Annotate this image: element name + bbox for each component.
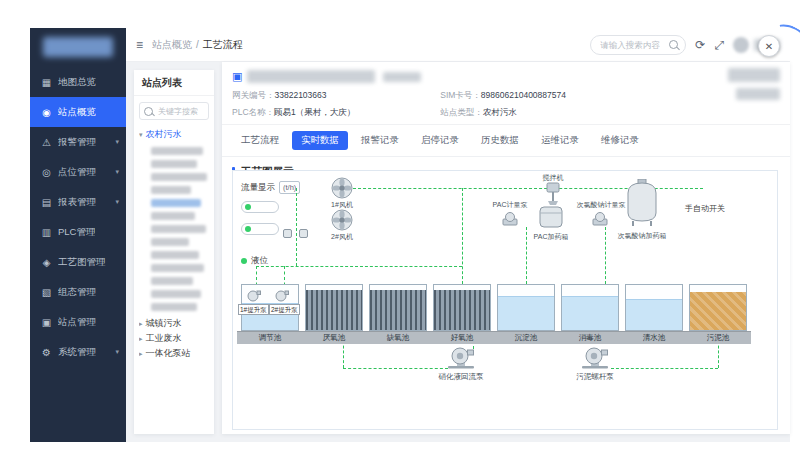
tank-label: 污泥池: [689, 331, 747, 344]
sidebar-item-report-mgmt[interactable]: ▤报表管理▾: [30, 187, 126, 217]
main-panel: ▣ 网关编号：33822103663SIM卡号：8986062104008875…: [222, 62, 790, 434]
station-group[interactable]: ▸城镇污水: [139, 316, 209, 331]
tank-8: [689, 284, 747, 331]
tank-label: 清水池: [625, 331, 683, 344]
fullscreen-icon[interactable]: ⤢: [714, 38, 724, 52]
search-icon[interactable]: [669, 40, 678, 49]
info-field: SIM卡号：898606210400887574: [440, 90, 780, 102]
station-tree-blur: [139, 147, 209, 311]
fan-icon[interactable]: [331, 177, 353, 199]
info-field-value: 898606210400887574: [481, 90, 566, 100]
station-group[interactable]: ▸工业废水: [139, 331, 209, 346]
sidebar-item-map-overview[interactable]: ▦地图总览: [30, 67, 126, 97]
pipe-line: [611, 368, 718, 369]
station-list-item-blurred[interactable]: [151, 238, 189, 246]
tank-fill: [626, 299, 682, 330]
sidebar-item-label: PLC管理: [58, 226, 95, 239]
header-action-blurred[interactable]: [728, 68, 780, 82]
lift-pump-icon[interactable]: [275, 290, 289, 302]
station-list-item-blurred[interactable]: [151, 199, 201, 207]
station-list-item-blurred[interactable]: [151, 277, 193, 285]
sidebar-item-config-mgmt[interactable]: ▧组态管理: [30, 277, 126, 307]
caret-right-icon: ▸: [139, 350, 143, 358]
naclo-dosing-tank-icon[interactable]: [625, 179, 659, 227]
station-list-item-blurred[interactable]: [151, 212, 195, 220]
sidebar-item-system-mgmt[interactable]: ⚙系统管理▾: [30, 337, 126, 367]
global-search-input[interactable]: [598, 39, 665, 51]
process-diagram-icon: ◈: [40, 257, 53, 268]
tank-label: 厌氧池: [305, 331, 363, 344]
station-list-item-blurred[interactable]: [151, 147, 203, 155]
tab-history-data[interactable]: 历史数据: [472, 131, 528, 150]
tab-alarm-records[interactable]: 报警记录: [352, 131, 408, 150]
sludge-pump-icon[interactable]: [581, 347, 609, 369]
tank-fill: [690, 292, 746, 330]
breadcrumb-parent[interactable]: 站点概览: [152, 38, 192, 52]
tank-fill: [306, 290, 362, 330]
instrument-icon: [283, 229, 292, 238]
tank-2: [305, 284, 363, 331]
sidebar-item-label: 工艺图管理: [58, 256, 106, 269]
station-list-item-blurred[interactable]: [151, 303, 197, 311]
station-group-label: 城镇污水: [146, 317, 182, 330]
station-list-item-blurred[interactable]: [151, 290, 201, 298]
sidebar-item-process-diagram-mgmt[interactable]: ◈工艺图管理: [30, 247, 126, 277]
station-list-item-blurred[interactable]: [151, 251, 199, 259]
lift-pump-icon[interactable]: [247, 290, 261, 302]
breadcrumb-current: 工艺流程: [203, 38, 243, 52]
sidebar-item-site-overview[interactable]: ◉站点概览: [30, 97, 126, 127]
search-icon: [144, 107, 153, 116]
sidebar-item-station-mgmt[interactable]: ▣站点管理: [30, 307, 126, 337]
info-field: PLC名称：顾易1（果村，大庆）: [232, 107, 440, 119]
tank-label: 好氧池: [433, 331, 491, 344]
refresh-icon[interactable]: ⟳: [695, 38, 705, 52]
mixer-icon[interactable]: [542, 182, 564, 206]
header-action-blurred[interactable]: [736, 88, 780, 100]
tab-bar: 工艺流程实时数据报警记录启停记录历史数据运维记录维修记录: [222, 125, 790, 157]
station-list-item-blurred[interactable]: [151, 225, 206, 233]
tank-fill: [498, 296, 554, 330]
pac-tank-label: PAC加药箱: [525, 232, 577, 242]
metering-pump-icon[interactable]: [591, 211, 609, 227]
pac-dosing-tank-icon[interactable]: [538, 204, 564, 230]
station-list-item-blurred[interactable]: [151, 160, 197, 168]
sidebar-item-label: 报警管理: [58, 136, 96, 149]
user-avatar[interactable]: [733, 37, 749, 53]
station-group-root[interactable]: ▾ 农村污水: [139, 127, 209, 142]
sidebar-item-label: 点位管理: [58, 166, 96, 179]
station-groups-bottom: ▸城镇污水▸工业废水▸一体化泵站: [139, 316, 209, 361]
tank-fill: [562, 296, 618, 330]
overlay-close-button[interactable]: ✕: [758, 35, 780, 57]
metering-pump-icon[interactable]: [501, 211, 519, 227]
status-dot-icon: [241, 258, 247, 264]
menu-collapse-icon[interactable]: ≡: [136, 38, 143, 52]
fan-icon[interactable]: [331, 209, 353, 231]
sidebar-item-point-mgmt[interactable]: ◎点位管理▾: [30, 157, 126, 187]
info-field-label: SIM卡号：: [440, 90, 481, 100]
station-list-item-blurred[interactable]: [151, 186, 191, 194]
map-icon: ▦: [40, 77, 53, 88]
return-pump-icon[interactable]: [447, 347, 475, 369]
station-list-item-blurred[interactable]: [151, 173, 207, 181]
sidebar-item-alarm-mgmt[interactable]: ⚠报警管理▾: [30, 127, 126, 157]
report-icon: ▤: [40, 197, 53, 208]
sidebar-item-plc-mgmt[interactable]: ▥PLC管理: [30, 217, 126, 247]
tab-process-flow[interactable]: 工艺流程: [232, 131, 288, 150]
tab-maintenance-records[interactable]: 运维记录: [532, 131, 588, 150]
station-group[interactable]: ▸一体化泵站: [139, 346, 209, 361]
instrument-icon: [299, 229, 308, 238]
process-diagram: 流量显示 (t/h) 液位 1#风机: [232, 170, 778, 430]
pipe-line: [462, 188, 463, 284]
station-search[interactable]: [139, 102, 209, 120]
page: ▦地图总览◉站点概览⚠报警管理▾◎点位管理▾▤报表管理▾▥PLC管理◈工艺图管理…: [0, 0, 800, 450]
tab-repair-records[interactable]: 维修记录: [592, 131, 648, 150]
tab-start-stop-records[interactable]: 启停记录: [412, 131, 468, 150]
fan2-label: 2#风机: [327, 232, 357, 242]
tab-realtime-data[interactable]: 实时数据: [292, 131, 348, 150]
station-list-item-blurred[interactable]: [151, 264, 204, 272]
global-search[interactable]: [590, 35, 686, 55]
station-search-input[interactable]: [156, 106, 204, 117]
flow-readout: 流量显示 (t/h): [241, 181, 300, 194]
sludge-pump-label: 污泥螺杆泵: [563, 372, 627, 382]
breadcrumb-separator: /: [196, 39, 199, 50]
